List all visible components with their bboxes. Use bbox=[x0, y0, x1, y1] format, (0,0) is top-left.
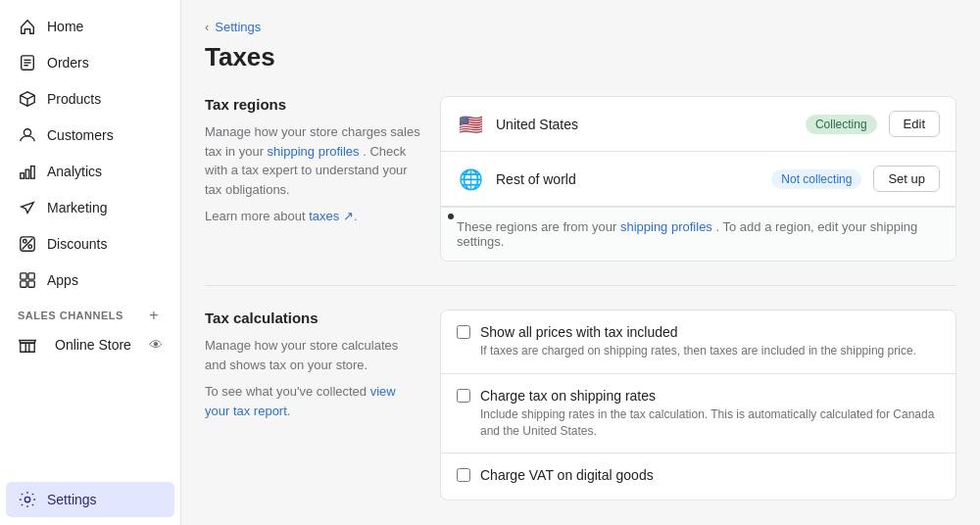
sidebar-item-marketing-label: Marketing bbox=[47, 200, 107, 215]
tax-calculations-section: Tax calculations Manage how your store c… bbox=[205, 310, 956, 501]
show-prices-checkbox[interactable] bbox=[457, 325, 470, 339]
apps-icon bbox=[18, 270, 37, 290]
orders-icon bbox=[18, 53, 37, 72]
svg-rect-16 bbox=[28, 281, 34, 287]
tax-regions-description: Manage how your store charges sales tax … bbox=[205, 122, 420, 199]
channels-section-label: SALES CHANNELS + bbox=[0, 299, 180, 328]
online-store-actions: 👁 bbox=[149, 337, 163, 353]
show-prices-description: If taxes are charged on shipping rates, … bbox=[480, 343, 916, 359]
customers-icon bbox=[18, 125, 37, 145]
svg-rect-15 bbox=[21, 281, 26, 287]
tax-calculations-report: To see what you've collected view your t… bbox=[205, 382, 420, 420]
show-prices-label[interactable]: Show all prices with tax included bbox=[480, 324, 916, 340]
sidebar: Home Orders Products Customers bbox=[0, 0, 181, 525]
breadcrumb[interactable]: ‹ Settings bbox=[205, 20, 956, 34]
show-prices-content: Show all prices with tax included If tax… bbox=[480, 324, 916, 359]
sidebar-item-home[interactable]: Home bbox=[6, 9, 174, 44]
us-edit-button[interactable]: Edit bbox=[889, 111, 940, 137]
svg-point-9 bbox=[24, 240, 27, 244]
world-setup-button[interactable]: Set up bbox=[873, 166, 940, 192]
charge-shipping-checkbox[interactable] bbox=[457, 389, 470, 403]
tax-regions-section: Tax regions Manage how your store charge… bbox=[205, 96, 956, 262]
page-title: Taxes bbox=[205, 42, 956, 72]
tax-regions-title: Tax regions bbox=[205, 96, 420, 113]
tax-calculations-card: Show all prices with tax included If tax… bbox=[440, 310, 956, 501]
tax-regions-info: Tax regions Manage how your store charge… bbox=[205, 96, 420, 262]
charge-vat-content: Charge VAT on digital goods bbox=[480, 467, 654, 486]
taxes-link[interactable]: taxes ↗ bbox=[309, 209, 354, 223]
shipping-profiles-link-footer[interactable]: shipping profiles bbox=[620, 219, 712, 234]
sidebar-item-home-label: Home bbox=[47, 19, 83, 34]
charge-vat-checkbox[interactable] bbox=[457, 468, 470, 482]
sidebar-item-apps[interactable]: Apps bbox=[6, 262, 174, 298]
sidebar-item-customers-label: Customers bbox=[47, 127, 114, 143]
tax-calculations-desc: Manage how your store calculates and sho… bbox=[205, 336, 420, 374]
charge-shipping-description: Include shipping rates in the tax calcul… bbox=[480, 406, 940, 440]
add-channel-button[interactable]: + bbox=[145, 307, 163, 324]
svg-point-10 bbox=[28, 245, 32, 249]
svg-rect-7 bbox=[25, 169, 29, 178]
us-flag: 🇺🇸 bbox=[457, 115, 484, 134]
charge-shipping-content: Charge tax on shipping rates Include shi… bbox=[480, 388, 940, 440]
sidebar-item-orders[interactable]: Orders bbox=[6, 45, 174, 80]
sidebar-item-online-store[interactable]: Online Store 👁 bbox=[6, 329, 174, 360]
world-status-badge: Not collecting bbox=[771, 169, 861, 189]
discounts-icon bbox=[18, 234, 37, 254]
tax-regions-learn-more: Learn more about taxes ↗. bbox=[205, 207, 420, 226]
world-region-name: Rest of world bbox=[496, 171, 760, 187]
analytics-icon bbox=[18, 162, 37, 181]
svg-rect-13 bbox=[21, 273, 26, 279]
sidebar-item-apps-label: Apps bbox=[47, 272, 78, 288]
us-region-name: United States bbox=[496, 117, 794, 132]
shipping-profiles-link-1[interactable]: shipping profiles bbox=[268, 144, 360, 159]
store-icon bbox=[18, 335, 37, 355]
home-icon bbox=[18, 17, 37, 36]
region-row-us: 🇺🇸 United States Collecting Edit bbox=[441, 97, 956, 152]
us-status-badge: Collecting bbox=[806, 115, 877, 134]
checkbox-charge-shipping: Charge tax on shipping rates Include shi… bbox=[441, 374, 956, 454]
tax-calculations-info: Tax calculations Manage how your store c… bbox=[205, 310, 420, 501]
sidebar-item-discounts-label: Discounts bbox=[47, 236, 107, 252]
sidebar-item-discounts[interactable]: Discounts bbox=[6, 226, 174, 262]
svg-rect-8 bbox=[31, 167, 35, 179]
svg-rect-6 bbox=[21, 173, 24, 178]
sidebar-item-settings[interactable]: Settings bbox=[6, 482, 174, 517]
sidebar-item-customers[interactable]: Customers bbox=[6, 118, 174, 153]
online-store-label: Online Store bbox=[55, 337, 131, 353]
sidebar-nav: Home Orders Products Customers bbox=[0, 0, 180, 481]
world-icon: 🌐 bbox=[457, 169, 484, 189]
checkbox-show-prices: Show all prices with tax included If tax… bbox=[441, 310, 956, 374]
sidebar-item-orders-label: Orders bbox=[47, 55, 89, 71]
sidebar-item-analytics-label: Analytics bbox=[47, 164, 102, 179]
svg-rect-14 bbox=[28, 273, 34, 279]
section-divider bbox=[205, 285, 956, 286]
products-icon bbox=[18, 89, 37, 109]
charge-shipping-label[interactable]: Charge tax on shipping rates bbox=[480, 388, 940, 404]
tax-regions-card: 🇺🇸 United States Collecting Edit 🌐 Rest … bbox=[440, 96, 956, 262]
charge-vat-label[interactable]: Charge VAT on digital goods bbox=[480, 467, 654, 483]
region-row-world: 🌐 Rest of world Not collecting Set up bbox=[441, 152, 956, 207]
sidebar-item-analytics[interactable]: Analytics bbox=[6, 154, 174, 189]
svg-point-19 bbox=[24, 497, 29, 501]
eye-icon[interactable]: 👁 bbox=[149, 337, 163, 353]
marketing-icon bbox=[18, 198, 37, 217]
sidebar-item-marketing[interactable]: Marketing bbox=[6, 190, 174, 225]
tax-regions-card-footer: These regions are from your shipping pro… bbox=[441, 207, 956, 261]
breadcrumb-arrow: ‹ bbox=[205, 20, 209, 34]
main-content: ‹ Settings Taxes Tax regions Manage how … bbox=[181, 0, 980, 525]
sidebar-item-products-label: Products bbox=[47, 91, 101, 107]
sidebar-item-products[interactable]: Products bbox=[6, 81, 174, 117]
svg-point-5 bbox=[24, 129, 30, 136]
settings-icon bbox=[18, 490, 37, 509]
checkbox-charge-vat: Charge VAT on digital goods bbox=[441, 453, 956, 500]
sidebar-item-settings-label: Settings bbox=[47, 492, 97, 507]
breadcrumb-text: Settings bbox=[215, 20, 261, 34]
tax-calculations-title: Tax calculations bbox=[205, 310, 420, 326]
